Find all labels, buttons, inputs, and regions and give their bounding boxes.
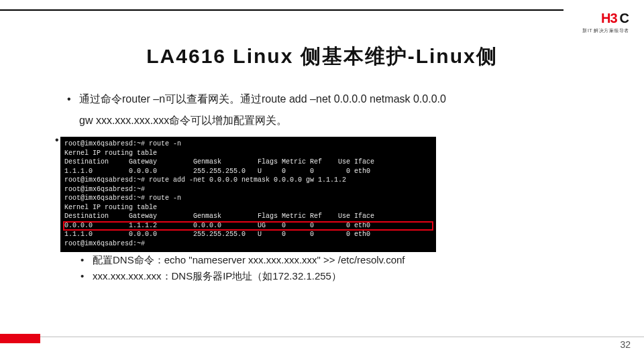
- terminal-line: 0.0.0.0 1.1.1.2 0.0.0.0 UG 0 0 0 eth0: [64, 221, 432, 231]
- terminal-line: root@imx6qsabresd:~#: [64, 185, 432, 194]
- bullet-dns-note: xxx.xxx.xxx.xxx：DNS服务器IP地址（如172.32.1.255…: [80, 268, 590, 284]
- bullet-route-cmd-line2: gw xxx.xxx.xxx.xxx命令可以增加配置网关。: [79, 115, 287, 126]
- terminal-screenshot: root@imx6qsabresd:~# route -nKernel IP r…: [60, 137, 436, 252]
- terminal-line: root@imx6qsabresd:~# route -n: [64, 139, 432, 149]
- slide-title: LA4616 Linux 侧基本维护-Linux侧: [0, 43, 644, 70]
- terminal-line: 1.1.1.0 0.0.0.0 255.255.255.0 U 0 0 0 et…: [64, 167, 432, 176]
- footer-accent: [0, 334, 40, 343]
- bottom-bullets: 配置DNS命令：echo "nameserver xxx.xxx.xxx.xxx…: [80, 252, 590, 284]
- top-rule: [0, 9, 644, 11]
- terminal-line: Destination Gateway Genmask Flags Metric…: [64, 158, 432, 167]
- terminal-line: Destination Gateway Genmask Flags Metric…: [64, 212, 432, 221]
- brand-logo: H3 C: [601, 11, 629, 26]
- logo-right: C: [620, 11, 629, 26]
- terminal-line: root@imx6qsabresd:~# route add -net 0.0.…: [64, 176, 432, 185]
- footer-rule: [0, 337, 644, 337]
- terminal-line: Kernel IP routing table: [64, 149, 432, 158]
- slide-body: 通过命令router –n可以查看网关。通过route add –net 0.0…: [67, 88, 590, 260]
- terminal-line: root@imx6qsabresd:~#: [64, 239, 432, 249]
- bullet-route-cmd: 通过命令router –n可以查看网关。通过route add –net 0.0…: [67, 88, 590, 131]
- logo-tagline: 新IT 解决方案领导者: [582, 27, 629, 34]
- bullet-dns-cmd: 配置DNS命令：echo "nameserver xxx.xxx.xxx.xxx…: [80, 252, 590, 268]
- page-number: 32: [620, 339, 631, 350]
- terminal-line: root@imx6qsabresd:~# route -n: [64, 194, 432, 203]
- logo-left: H3: [601, 11, 617, 26]
- brand-area: H3 C 新IT 解决方案领导者: [582, 12, 629, 34]
- slide-footer: 32: [0, 337, 644, 353]
- bullet-route-cmd-line1: 通过命令router –n可以查看网关。通过route add –net 0.0…: [79, 93, 446, 105]
- terminal-line: 1.1.1.0 0.0.0.0 255.255.255.0 U 0 0 0 et…: [64, 230, 432, 239]
- terminal-line: Kernel IP routing table: [64, 203, 432, 213]
